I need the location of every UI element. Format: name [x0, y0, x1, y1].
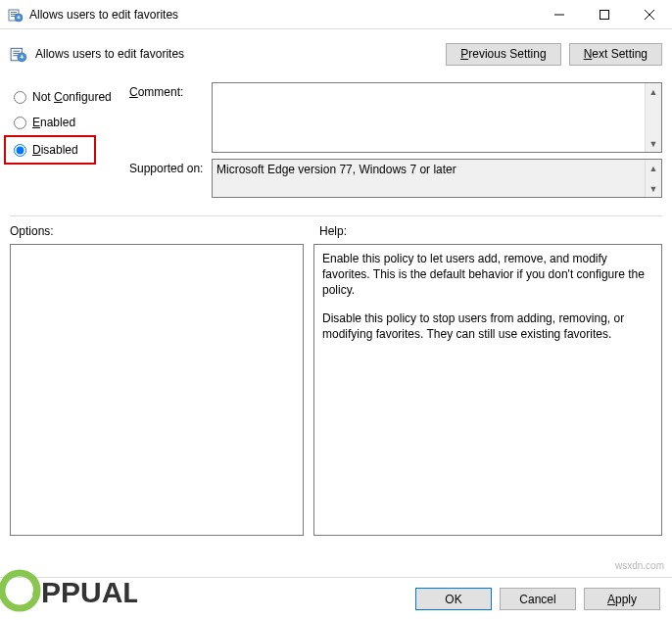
watermark-url: wsxdn.com	[615, 560, 664, 571]
cancel-button[interactable]: Cancel	[500, 588, 576, 610]
minimize-button[interactable]	[537, 0, 582, 28]
scroll-down-icon: ▼	[646, 180, 661, 197]
policy-icon	[10, 45, 27, 63]
supported-on-box: Microsoft Edge version 77, Windows 7 or …	[212, 159, 662, 198]
titlebar: Allows users to edit favorites	[0, 0, 672, 29]
maximize-button[interactable]	[582, 0, 627, 28]
next-setting-button[interactable]: Next Setting	[569, 43, 662, 66]
scroll-down-icon[interactable]: ▼	[646, 135, 661, 152]
svg-rect-8	[600, 10, 609, 19]
help-paragraph: Disable this policy to stop users from a…	[322, 310, 653, 342]
window-title: Allows users to edit favorites	[29, 8, 537, 22]
header-row: Allows users to edit favorites Previous …	[10, 39, 662, 69]
radio-disabled-input[interactable]	[14, 144, 26, 157]
window-controls	[537, 0, 672, 28]
footer: OK Cancel Apply	[0, 577, 672, 620]
help-paragraph: Enable this policy to let users add, rem…	[322, 251, 653, 299]
help-label: Help:	[319, 224, 347, 238]
options-panel	[10, 244, 304, 536]
radio-disabled[interactable]: Disabled	[10, 137, 94, 163]
comment-label: Comment:	[129, 82, 212, 153]
help-panel: Enable this policy to let users add, rem…	[313, 244, 662, 536]
svg-rect-2	[11, 14, 17, 15]
options-label: Options:	[10, 224, 319, 238]
svg-rect-6	[18, 17, 21, 18]
close-button[interactable]	[627, 0, 672, 28]
state-radio-group: Not Configured Enabled Disabled	[10, 82, 120, 204]
scrollbar: ▲ ▼	[645, 160, 661, 197]
scroll-up-icon: ▲	[646, 160, 661, 176]
svg-rect-12	[13, 51, 20, 52]
policy-icon	[8, 7, 24, 23]
ok-button[interactable]: OK	[415, 588, 492, 610]
supported-on-value: Microsoft Edge version 77, Windows 7 or …	[216, 163, 456, 176]
svg-rect-17	[21, 57, 24, 58]
previous-setting-button[interactable]: Previous Setting	[446, 43, 560, 66]
svg-rect-1	[11, 12, 17, 13]
scroll-up-icon[interactable]: ▲	[646, 83, 661, 100]
supported-label: Supported on:	[129, 159, 212, 198]
comment-textarea[interactable]: ▲ ▼	[212, 82, 662, 153]
svg-rect-13	[13, 53, 20, 54]
radio-enabled-input[interactable]	[14, 117, 26, 129]
radio-not-configured[interactable]: Not Configured	[10, 84, 120, 110]
scrollbar[interactable]: ▲ ▼	[645, 83, 661, 152]
policy-title: Allows users to edit favorites	[35, 47, 446, 61]
radio-enabled[interactable]: Enabled	[10, 110, 120, 135]
radio-not-configured-input[interactable]	[14, 91, 26, 104]
apply-button[interactable]: Apply	[584, 588, 660, 610]
selection-highlight: Disabled	[4, 135, 96, 165]
